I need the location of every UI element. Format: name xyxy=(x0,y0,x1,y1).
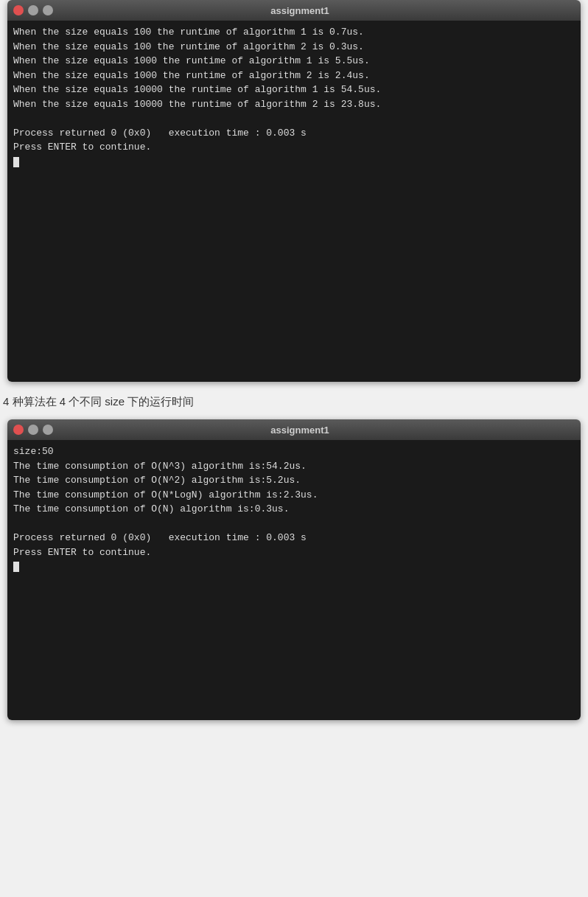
terminal-body-1: When the size equals 100 the runtime of … xyxy=(7,21,581,382)
cursor-2 xyxy=(13,562,19,572)
cursor-1 xyxy=(13,157,19,167)
terminal-window-2: assignment1 size:50 The time consumption… xyxy=(7,419,581,720)
page-container: assignment1 When the size equals 100 the… xyxy=(0,0,588,720)
close-button-1[interactable] xyxy=(13,5,24,15)
terminal-window-1: assignment1 When the size equals 100 the… xyxy=(7,0,581,382)
terminal-body-2: size:50 The time consumption of O(N^3) a… xyxy=(7,440,581,720)
close-button-2[interactable] xyxy=(13,425,24,435)
terminal-titlebar-1: assignment1 xyxy=(7,0,581,21)
terminal-output-2: size:50 The time consumption of O(N^3) a… xyxy=(13,444,575,559)
caption: 4 种算法在 4 个不同 size 下的运行时间 xyxy=(0,382,588,419)
terminal-title-1: assignment1 xyxy=(25,5,575,16)
terminal-title-2: assignment1 xyxy=(25,425,575,436)
terminal-output-1: When the size equals 100 the runtime of … xyxy=(13,25,575,155)
terminal-titlebar-2: assignment1 xyxy=(7,419,581,440)
